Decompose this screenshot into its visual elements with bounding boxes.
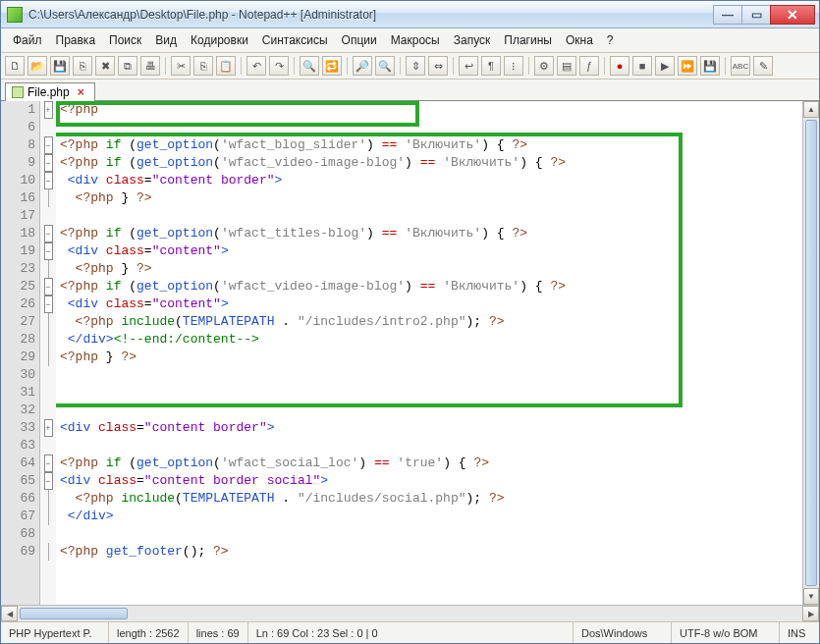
fold-marker[interactable]: +	[40, 419, 56, 437]
paste-icon[interactable]: 📋	[216, 56, 236, 76]
code-line[interactable]	[56, 207, 802, 225]
stop-macro-icon[interactable]: ■	[632, 56, 652, 76]
indent-guide-icon[interactable]: ⫶	[504, 56, 523, 76]
zoom-in-icon[interactable]: 🔎	[353, 56, 372, 76]
code-line[interactable]: <?php include(TEMPLATEPATH . "/includes/…	[56, 490, 802, 508]
menu-view[interactable]: Вид	[149, 31, 183, 49]
horizontal-scrollbar[interactable]: ◀ ▶	[1, 605, 819, 621]
redo-icon[interactable]: ↷	[269, 56, 289, 76]
fold-marker[interactable]: −	[40, 295, 56, 313]
save-all-icon[interactable]: ⎘	[73, 56, 92, 76]
code-line[interactable]: <?php } ?>	[56, 349, 802, 366]
fold-marker[interactable]: −	[40, 278, 56, 295]
menu-file[interactable]: Файл	[7, 31, 48, 49]
fold-marker[interactable]: −	[40, 154, 56, 172]
menu-help[interactable]: ?	[601, 31, 620, 49]
close-button[interactable]: ✕	[770, 5, 815, 25]
sync-v-icon[interactable]: ⇕	[406, 56, 425, 76]
code-line[interactable]: <div class="content">	[56, 242, 802, 260]
menu-plugins[interactable]: Плагины	[498, 31, 558, 49]
code-line[interactable]	[56, 119, 802, 136]
close-all-icon[interactable]: ⧉	[118, 56, 137, 76]
app-icon	[7, 7, 23, 23]
find-icon[interactable]: 🔍	[300, 56, 319, 76]
fold-marker[interactable]: −	[40, 242, 56, 260]
spellcheck-icon[interactable]: ABC	[731, 56, 750, 76]
minimize-button[interactable]: —	[713, 5, 742, 25]
replace-icon[interactable]: 🔁	[322, 56, 342, 76]
fold-marker[interactable]: −	[40, 136, 56, 154]
fold-marker[interactable]: −	[40, 172, 56, 189]
scroll-up-icon[interactable]: ▲	[803, 101, 819, 118]
zoom-out-icon[interactable]: 🔍	[375, 56, 395, 76]
menu-options[interactable]: Опции	[336, 31, 383, 49]
code-area[interactable]: <?php<?php if (get_option('wfact_blog_sl…	[56, 101, 802, 605]
play-macro-icon[interactable]: ▶	[655, 56, 675, 76]
code-line[interactable]	[56, 366, 802, 384]
scroll-right-icon[interactable]: ▶	[802, 606, 819, 621]
maximize-button[interactable]: ▭	[741, 5, 771, 25]
code-line[interactable]: <div class="content">	[56, 295, 802, 313]
save-macro-icon[interactable]: 💾	[700, 56, 720, 76]
wrap-icon[interactable]: ↩	[459, 56, 478, 76]
fold-marker	[40, 331, 56, 349]
code-line[interactable]: <?php if (get_option('wfact_social_loc')…	[56, 455, 802, 472]
code-line[interactable]	[56, 402, 802, 419]
code-line[interactable]: <div class="content border">	[56, 172, 802, 189]
code-line[interactable]: <?php if (get_option('wfact_video-image-…	[56, 278, 802, 295]
all-chars-icon[interactable]: ¶	[481, 56, 501, 76]
line-number: 32	[1, 402, 39, 419]
save-icon[interactable]: 💾	[50, 56, 70, 76]
highlight-icon[interactable]: ✎	[753, 56, 773, 76]
code-line[interactable]: <?php } ?>	[56, 260, 802, 278]
menu-windows[interactable]: Окна	[560, 31, 599, 49]
code-line[interactable]: <div class="content border social">	[56, 472, 802, 490]
sync-h-icon[interactable]: ⇔	[428, 56, 448, 76]
vertical-scrollbar[interactable]: ▲ ▼	[802, 101, 819, 605]
code-line[interactable]	[56, 525, 802, 543]
func-list-icon[interactable]: ƒ	[579, 56, 599, 76]
code-line[interactable]	[56, 384, 802, 402]
fold-marker[interactable]: −	[40, 225, 56, 242]
print-icon[interactable]: 🖶	[140, 56, 160, 76]
line-number: 16	[1, 189, 39, 207]
code-line[interactable]: </div><!--end:/content-->	[56, 331, 802, 349]
fold-marker	[40, 508, 56, 525]
code-line[interactable]: <?php if (get_option('wfact_titles-blog'…	[56, 225, 802, 242]
code-line[interactable]: <?php if (get_option('wfact_blog_slider'…	[56, 136, 802, 154]
code-line[interactable]: <?php include(TEMPLATEPATH . "/includes/…	[56, 313, 802, 331]
fold-marker[interactable]: +	[40, 101, 56, 119]
menu-syntax[interactable]: Синтаксисы	[256, 31, 334, 49]
doc-map-icon[interactable]: ▤	[557, 56, 576, 76]
menu-macros[interactable]: Макросы	[385, 31, 446, 49]
cut-icon[interactable]: ✂	[171, 56, 191, 76]
lang-icon[interactable]: ⚙	[534, 56, 554, 76]
code-line[interactable]: <div class="content border">	[56, 419, 802, 437]
scroll-thumb[interactable]	[805, 120, 817, 586]
menu-edit[interactable]: Правка	[50, 31, 102, 49]
code-line[interactable]: </div>	[56, 508, 802, 525]
line-number: 27	[1, 313, 39, 331]
fold-marker[interactable]: −	[40, 472, 56, 490]
menu-encoding[interactable]: Кодировки	[185, 31, 254, 49]
code-line[interactable]	[56, 437, 802, 455]
replay-macro-icon[interactable]: ⏩	[678, 56, 697, 76]
record-macro-icon[interactable]: ●	[610, 56, 629, 76]
close-tab-icon[interactable]: ×	[78, 85, 84, 99]
hscroll-thumb[interactable]	[20, 608, 128, 619]
open-file-icon[interactable]: 📂	[27, 56, 47, 76]
code-line[interactable]: <?php get_footer(); ?>	[56, 543, 802, 561]
scroll-left-icon[interactable]: ◀	[1, 606, 18, 621]
scroll-down-icon[interactable]: ▼	[803, 588, 819, 605]
menu-run[interactable]: Запуск	[448, 31, 497, 49]
undo-icon[interactable]: ↶	[246, 56, 266, 76]
code-line[interactable]: <?php	[56, 101, 802, 119]
menu-search[interactable]: Поиск	[103, 31, 147, 49]
file-tab[interactable]: File.php ×	[5, 82, 95, 101]
copy-icon[interactable]: ⎘	[193, 56, 213, 76]
code-line[interactable]: <?php if (get_option('wfact_video-image-…	[56, 154, 802, 172]
close-file-icon[interactable]: ✖	[95, 56, 115, 76]
code-line[interactable]: <?php } ?>	[56, 189, 802, 207]
fold-marker[interactable]: −	[40, 455, 56, 472]
new-file-icon[interactable]: 🗋	[5, 56, 25, 76]
